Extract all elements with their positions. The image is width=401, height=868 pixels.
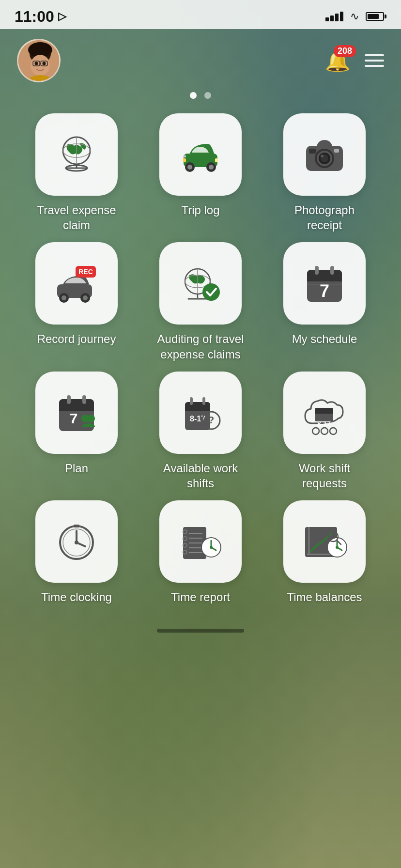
svg-point-94 bbox=[210, 546, 213, 549]
app-item-my-schedule[interactable]: 7 My schedule bbox=[267, 242, 382, 361]
svg-point-73 bbox=[321, 428, 328, 434]
svg-point-4 bbox=[35, 62, 38, 65]
wifi-icon: ∿ bbox=[350, 10, 359, 23]
signal-bars-icon bbox=[325, 12, 343, 21]
header: 🔔 208 bbox=[0, 29, 401, 92]
app-label-trip-log: Trip log bbox=[181, 202, 219, 217]
app-icon-record-journey: REC bbox=[35, 242, 118, 325]
svg-rect-80 bbox=[74, 525, 79, 527]
status-icons: ∿ bbox=[325, 10, 386, 23]
svg-point-79 bbox=[75, 541, 78, 544]
home-indicator bbox=[0, 619, 401, 647]
app-label-time-balances: Time balances bbox=[287, 589, 362, 604]
app-label-available-work-shifts: Available workshifts bbox=[163, 461, 238, 491]
svg-rect-62 bbox=[185, 406, 210, 411]
app-item-time-report[interactable]: Time report bbox=[143, 500, 258, 604]
app-item-trip-log[interactable]: Trip log bbox=[143, 113, 258, 232]
app-label-photograph-receipt: Photographreceipt bbox=[294, 202, 355, 232]
svg-rect-48 bbox=[315, 266, 319, 275]
app-item-time-balances[interactable]: Time balances bbox=[267, 500, 382, 604]
avatar[interactable] bbox=[17, 39, 61, 82]
status-time: 11:00 ▷ bbox=[15, 8, 66, 26]
app-icon-plan: 7 bbox=[35, 372, 118, 454]
svg-point-44 bbox=[202, 283, 220, 301]
svg-rect-49 bbox=[330, 266, 334, 275]
app-icon-trip-log bbox=[159, 113, 242, 196]
home-bar bbox=[157, 629, 244, 633]
app-item-work-shift-requests[interactable]: 8-17 Work shiftrequests bbox=[267, 372, 382, 491]
svg-rect-23 bbox=[183, 155, 186, 157]
svg-point-18 bbox=[187, 165, 192, 170]
svg-point-34 bbox=[62, 295, 66, 300]
svg-rect-64 bbox=[202, 397, 205, 405]
app-item-plan[interactable]: 7 Plan bbox=[19, 372, 134, 491]
app-icon-time-balances bbox=[283, 500, 366, 583]
app-grid: Travel expenseclaim bbox=[0, 108, 401, 619]
status-bar: 11:00 ▷ ∿ bbox=[0, 0, 401, 29]
svg-point-74 bbox=[330, 428, 337, 434]
svg-rect-21 bbox=[215, 158, 218, 162]
app-item-record-journey[interactable]: REC Record journey bbox=[19, 242, 134, 361]
notification-badge: 208 bbox=[334, 45, 356, 57]
app-icon-work-shift-requests: 8-17 bbox=[283, 372, 366, 454]
app-label-work-shift-requests: Work shiftrequests bbox=[299, 461, 350, 491]
svg-point-36 bbox=[83, 295, 88, 300]
app-label-travel-expense-claim: Travel expenseclaim bbox=[37, 202, 116, 232]
app-icon-time-report bbox=[159, 500, 242, 583]
svg-rect-70 bbox=[315, 411, 333, 414]
page-dots bbox=[0, 92, 401, 99]
app-label-auditing-travel: Auditing of travelexpense claims bbox=[157, 331, 244, 361]
app-label-record-journey: Record journey bbox=[37, 331, 116, 346]
app-item-travel-expense-claim[interactable]: Travel expenseclaim bbox=[19, 113, 134, 232]
app-icon-my-schedule: 7 bbox=[283, 242, 366, 325]
svg-point-101 bbox=[336, 546, 339, 549]
svg-text:?: ? bbox=[208, 415, 214, 425]
page-dot-2[interactable] bbox=[204, 92, 211, 99]
svg-text:7: 7 bbox=[320, 281, 329, 301]
app-label-time-report: Time report bbox=[171, 589, 230, 604]
svg-point-29 bbox=[321, 155, 324, 157]
svg-point-20 bbox=[209, 165, 214, 170]
svg-rect-22 bbox=[183, 158, 186, 162]
svg-text:REC: REC bbox=[78, 268, 93, 276]
svg-point-5 bbox=[43, 62, 46, 65]
app-icon-travel-expense-claim bbox=[35, 113, 118, 196]
battery-icon bbox=[366, 12, 386, 21]
hamburger-menu-button[interactable] bbox=[365, 54, 384, 67]
app-label-my-schedule: My schedule bbox=[292, 331, 357, 346]
app-item-photograph-receipt[interactable]: Photographreceipt bbox=[267, 113, 382, 232]
app-label-time-clocking: Time clocking bbox=[41, 589, 112, 604]
svg-rect-55 bbox=[67, 395, 71, 404]
svg-rect-56 bbox=[82, 395, 86, 404]
app-item-time-clocking[interactable]: Time clocking bbox=[19, 500, 134, 604]
svg-rect-30 bbox=[334, 149, 339, 153]
app-item-available-work-shifts[interactable]: 8-17 ? Available workshifts bbox=[143, 372, 258, 491]
app-item-auditing-travel[interactable]: Auditing of travelexpense claims bbox=[143, 242, 258, 361]
app-icon-time-clocking bbox=[35, 500, 118, 583]
app-icon-available-work-shifts: 8-17 ? bbox=[159, 372, 242, 454]
header-right: 🔔 208 bbox=[325, 49, 384, 73]
svg-rect-31 bbox=[309, 149, 316, 154]
app-icon-auditing-travel bbox=[159, 242, 242, 325]
svg-text:8-17: 8-17 bbox=[317, 420, 331, 428]
svg-point-72 bbox=[312, 428, 319, 434]
location-icon: ▷ bbox=[58, 10, 66, 23]
notification-bell[interactable]: 🔔 208 bbox=[325, 49, 350, 73]
page-dot-1[interactable] bbox=[190, 92, 197, 99]
svg-text:7: 7 bbox=[70, 410, 78, 426]
svg-point-59 bbox=[87, 415, 95, 422]
svg-rect-63 bbox=[190, 397, 193, 405]
app-icon-photograph-receipt bbox=[283, 113, 366, 196]
app-label-plan: Plan bbox=[65, 461, 88, 476]
time-display: 11:00 bbox=[15, 8, 54, 26]
